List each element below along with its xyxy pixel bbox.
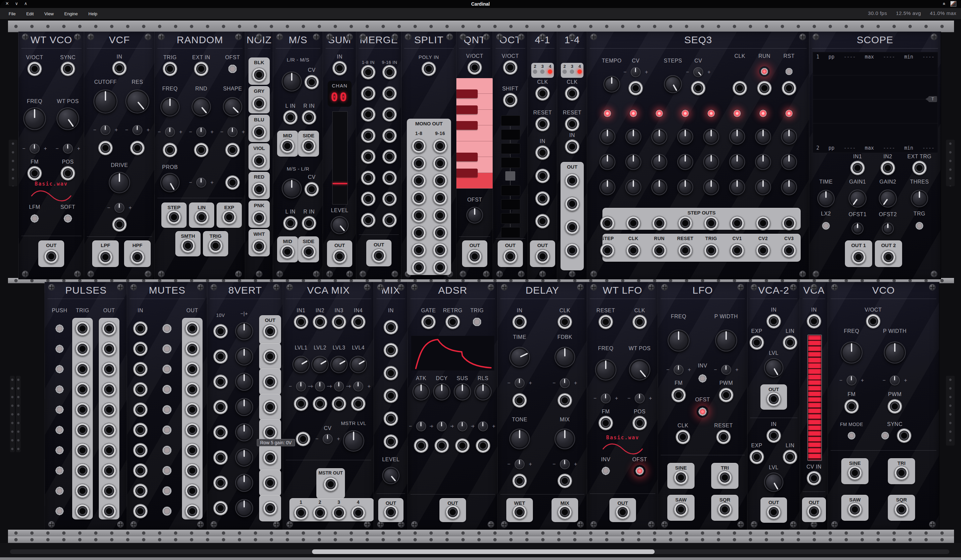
seq3-cv3-step3-knob[interactable] (651, 179, 667, 195)
oct-block[interactable] (501, 213, 520, 224)
vca-cv-input[interactable] (807, 471, 821, 486)
qnt-black-key[interactable] (456, 90, 478, 98)
merge-in-10[interactable] (382, 86, 397, 101)
vca-mix-cv1-input[interactable] (294, 396, 309, 411)
8vert-in-5[interactable] (213, 425, 228, 440)
vcf-hpf-output[interactable] (130, 250, 145, 265)
8vert-out-3[interactable] (263, 374, 277, 389)
lfo-freq-knob[interactable] (668, 329, 689, 351)
seq3-cv1-step5-knob[interactable] (703, 129, 719, 144)
pulses-trig-10[interactable] (75, 504, 90, 518)
random-trig-output[interactable] (208, 238, 223, 253)
seq3-step-out-5[interactable] (704, 216, 718, 231)
wt-lfo-ofst-button[interactable] (634, 465, 646, 477)
random-rnd-knob[interactable] (191, 97, 211, 116)
pulses-out-5[interactable] (102, 403, 116, 417)
vca-2-exp-2-input[interactable] (749, 449, 764, 464)
mutes-mute-2[interactable] (160, 342, 174, 356)
delay-tone-cv-input[interactable] (512, 473, 527, 488)
wt-vco-lfm-button[interactable] (29, 212, 40, 225)
mutes-mute-10[interactable] (160, 504, 174, 518)
vca-2-lvl-1-knob[interactable] (764, 358, 783, 377)
qnt-black-key[interactable] (456, 121, 478, 130)
oct-selected-block[interactable] (505, 171, 515, 181)
mix-in-6[interactable] (384, 434, 398, 449)
8vert-in-6[interactable] (213, 450, 228, 465)
vca-2-lvl-2-knob[interactable] (764, 473, 783, 492)
vca-audio-input[interactable] (807, 314, 821, 329)
ms-l-input-1[interactable] (283, 110, 298, 125)
pulses-push-6[interactable] (53, 424, 66, 436)
wt-lfo-fm-input[interactable] (598, 416, 613, 430)
merge-in-1[interactable] (361, 65, 376, 79)
scope-trigger-handle[interactable]: T (929, 96, 937, 102)
wt-lfo-pos-cv-trim[interactable]: −+ (635, 393, 644, 403)
8vert-out-6[interactable] (263, 450, 277, 465)
split-out-11[interactable] (433, 173, 447, 188)
qnt-ofst-knob[interactable] (466, 207, 483, 223)
vca-mix-mstr-cv-input[interactable] (296, 432, 310, 446)
mutes-in-9[interactable] (133, 483, 148, 498)
random-shape-knob[interactable] (223, 97, 242, 116)
switch-4-1-select-3[interactable]: 3 (540, 64, 545, 78)
oct-block[interactable] (501, 227, 520, 238)
seq3-steps-cv-trim[interactable]: −+ (693, 67, 703, 77)
random-step-output[interactable] (167, 210, 181, 225)
oct-block[interactable] (501, 185, 520, 196)
mix-in-2[interactable] (384, 343, 398, 358)
oct-v-oct-input[interactable] (503, 60, 517, 75)
switch-1-4-out-3[interactable] (565, 220, 580, 234)
switch-4-1-out-output[interactable] (535, 249, 550, 264)
vcf-cutoff-cv-trim[interactable]: −+ (100, 125, 111, 135)
ms-l-output[interactable] (280, 244, 295, 259)
random-freq-cv-input[interactable] (163, 143, 177, 157)
pulses-push-1[interactable] (53, 323, 66, 335)
merge-in-3[interactable] (361, 107, 376, 122)
split-out-4[interactable] (411, 191, 426, 205)
vca-mix-cv2-input[interactable] (313, 396, 327, 411)
vco-fm-mode-button[interactable] (846, 430, 857, 441)
random-ofst-button[interactable] (226, 63, 239, 75)
merge-in-5[interactable] (361, 149, 376, 164)
pulses-out-10[interactable] (102, 504, 116, 518)
vca-mix-in-2[interactable] (313, 314, 327, 329)
8vert-in-1[interactable] (213, 324, 228, 339)
8vert-out-4[interactable] (263, 400, 277, 414)
8vert-gain-2-knob[interactable] (235, 348, 253, 366)
sum-out-output[interactable] (332, 249, 347, 264)
seq3-cv1-step8-knob[interactable] (781, 129, 797, 144)
vca-mix-cv4-trim[interactable]: −+ (353, 382, 363, 392)
delay-mix-output[interactable] (558, 505, 572, 520)
wt-lfo-freq-cv-trim[interactable]: −+ (601, 393, 611, 403)
vcf-cutoff-cv-input[interactable] (98, 141, 113, 155)
split-poly-input[interactable] (421, 61, 436, 76)
vca-mix-mstr-cv-trim[interactable]: −+ (323, 434, 333, 444)
random-shape-cv-trim[interactable]: −+ (228, 127, 238, 137)
split-out-16[interactable] (433, 260, 447, 275)
mutes-out-8[interactable] (185, 463, 199, 478)
mix-level-knob[interactable] (382, 467, 400, 484)
split-out-3[interactable] (411, 173, 426, 188)
merge-in-16[interactable] (382, 213, 397, 228)
seq3-cv3-step4-knob[interactable] (677, 179, 693, 195)
wt-vco-fm-input[interactable] (27, 166, 42, 181)
seq3-step-out-1[interactable] (600, 216, 615, 231)
vco-pwm-trim[interactable]: −+ (890, 375, 900, 385)
ms-r-input-1[interactable] (302, 110, 317, 125)
merge-in-2[interactable] (361, 86, 376, 101)
split-out-6[interactable] (411, 225, 426, 240)
delay-fdbk-cv-trim[interactable]: −+ (560, 378, 570, 388)
8vert-in-7[interactable] (213, 475, 228, 490)
lfo-tri-output[interactable] (717, 470, 732, 485)
scope-in1-input[interactable] (850, 160, 865, 175)
split-out-7[interactable] (411, 243, 426, 257)
pulses-out-8[interactable] (102, 463, 116, 478)
qnt-black-key[interactable] (456, 168, 478, 177)
vco-sqr-output[interactable] (894, 502, 909, 517)
scope-ofst2-knob[interactable] (882, 223, 894, 234)
merge-in-14[interactable] (382, 171, 397, 185)
seq3-cv3-step2-knob[interactable] (625, 179, 641, 195)
vca-mix-ch1-output[interactable] (294, 505, 309, 520)
seq3-cv3-output[interactable] (782, 243, 796, 258)
merge-in-7[interactable] (361, 191, 376, 206)
